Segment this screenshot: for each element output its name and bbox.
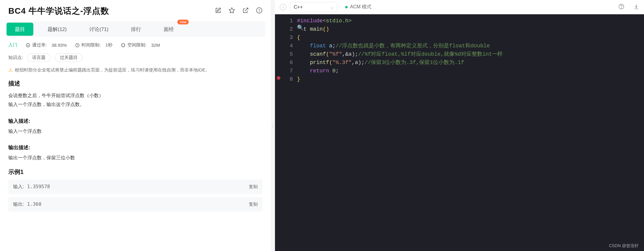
output-text: 输出一个浮点数，保留三位小数 <box>8 153 262 162</box>
copy-button[interactable]: 复制 <box>249 184 258 190</box>
header: BC4 牛牛学说话之-浮点数 <box>0 0 271 18</box>
clock-icon <box>75 43 80 48</box>
code-content[interactable]: #include<stdio.h> int main() { float a;/… <box>297 17 644 251</box>
difficulty-tag: 入门 <box>8 42 17 48</box>
pass-rate: 通过率: 38.93% <box>26 42 67 48</box>
input-heading: 输入描述: <box>8 118 262 124</box>
warning-icon: ⚠ <box>8 67 12 73</box>
language-value: C++ <box>294 4 303 10</box>
breakpoint-icon[interactable] <box>277 76 280 80</box>
problem-title: BC4 牛牛学说话之-浮点数 <box>8 5 109 17</box>
tags-label: 知识点: <box>8 55 23 60</box>
example-heading: 示例1 <box>8 168 262 176</box>
svg-point-3 <box>26 43 30 47</box>
example-out-value: 1.360 <box>27 201 41 207</box>
mode-indicator: ACM 模式 <box>345 4 371 10</box>
tags-row: 知识点: 语言题 过关题目 <box>0 51 271 67</box>
watermark: CSDN @曾浩轩 <box>609 243 639 249</box>
mode-label: ACM 模式 <box>350 4 371 10</box>
tab-problem[interactable]: 题目 <box>7 23 33 36</box>
tab-solutions[interactable]: 题解(12) <box>39 23 75 36</box>
tabs: 题目 题解(12) 讨论(71) 排行 面经 new <box>0 21 271 37</box>
desc-text-1: 会说整数之后，牛牛开始尝试浮点数（小数） <box>8 91 262 100</box>
status-dot-icon <box>345 6 348 8</box>
desc-text-2: 输入一个浮点数，输出这个浮点数。 <box>8 100 262 109</box>
svg-rect-5 <box>122 44 124 46</box>
chevron-down-icon: ⌄ <box>330 4 334 10</box>
meta-row: 入门 通过率: 38.93% 时间限制: 1秒 空间限制: 32M <box>0 37 271 51</box>
new-badge: new <box>177 20 189 24</box>
info-icon[interactable]: i <box>280 4 286 10</box>
svg-point-7 <box>621 8 622 8</box>
example-output-block: 输出: 1.360 复制 <box>8 197 262 212</box>
tab-discuss[interactable]: 讨论(71) <box>81 23 117 36</box>
line-numbers: 12345678 <box>282 17 297 251</box>
tag-chip[interactable]: 过关题目 <box>55 53 83 62</box>
tag-chip[interactable]: 语言题 <box>27 53 51 62</box>
input-text: 输入一个浮点数 <box>8 127 262 136</box>
example-section: 示例1 输入: 1.359578 复制 输出: 1.360 复制 <box>0 168 271 217</box>
share-icon[interactable] <box>242 7 249 15</box>
language-select[interactable]: C++ ⌄ <box>290 2 337 12</box>
check-circle-icon <box>26 43 30 48</box>
description-section: 描述 会说整数之后，牛牛开始尝试浮点数（小数） 输入一个浮点数，输出这个浮点数。 <box>0 79 271 115</box>
svg-point-2 <box>259 12 260 12</box>
code-editor[interactable]: 12345678 #include<stdio.h> int main() { … <box>275 14 644 251</box>
time-limit: 时间限制: 1秒 <box>75 42 112 48</box>
edit-icon[interactable] <box>215 7 221 15</box>
example-out-label: 输出: <box>13 202 24 207</box>
output-section: 输出描述: 输出一个浮点数，保留三位小数 <box>0 141 271 168</box>
copy-button[interactable]: 复制 <box>249 202 258 207</box>
output-heading: 输出描述: <box>8 144 262 151</box>
tab-interview[interactable]: 面经 new <box>155 23 182 36</box>
memory-icon <box>121 43 126 48</box>
warning-row: ⚠ 校招时部分企业笔试将禁止编程题跳出页面，为提前适应，练习时请使用在线自测，而… <box>0 67 271 79</box>
editor-panel: i C++ ⌄ ACM 模式 12345678 #include<stdio.h… <box>275 0 644 251</box>
warning-text: 校招时部分企业笔试将禁止编程题跳出页面，为提前适应，练习时请使用在线自测，而非本… <box>15 67 210 73</box>
download-icon[interactable] <box>633 4 639 11</box>
alert-icon[interactable] <box>256 7 262 15</box>
problem-panel: BC4 牛牛学说话之-浮点数 题目 题解(12) 讨论(71) 排行 面经 ne… <box>0 0 271 251</box>
breakpoint-gutter[interactable] <box>275 17 282 251</box>
input-section: 输入描述: 输入一个浮点数 <box>0 115 271 141</box>
desc-heading: 描述 <box>8 79 262 88</box>
example-input-block: 输入: 1.359578 复制 <box>8 180 262 194</box>
example-in-value: 1.359578 <box>27 184 50 189</box>
cursor-overlay-icon: 🔍 <box>297 24 304 32</box>
help-icon[interactable] <box>618 4 624 11</box>
tab-rank[interactable]: 排行 <box>123 23 149 36</box>
header-actions <box>215 7 262 15</box>
editor-toolbar: i C++ ⌄ ACM 模式 <box>275 0 644 14</box>
panel-divider[interactable] <box>271 0 275 251</box>
tab-interview-label: 面经 <box>164 26 174 33</box>
star-icon[interactable] <box>229 7 235 15</box>
example-in-label: 输入: <box>13 184 24 189</box>
space-limit: 空间限制: 32M <box>121 42 160 48</box>
